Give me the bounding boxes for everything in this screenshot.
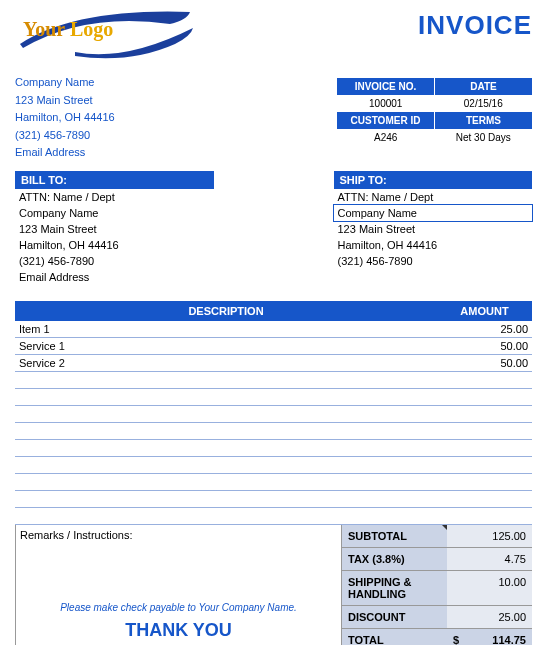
line-desc[interactable]: [15, 372, 437, 389]
line-item-row[interactable]: [15, 423, 532, 440]
tax-label: TAX (3.8%): [342, 548, 447, 570]
line-item-row[interactable]: [15, 406, 532, 423]
invoice-meta: INVOICE NO. DATE 100001 02/15/16 CUSTOME…: [337, 78, 532, 146]
line-item-row[interactable]: Service 150.00: [15, 338, 532, 355]
total-value: $ 114.75: [447, 629, 532, 645]
ship-to-block: SHIP TO: ATTN: Name / Dept Company Name …: [334, 171, 533, 285]
line-item-row[interactable]: [15, 372, 532, 389]
line-item-row[interactable]: Service 250.00: [15, 355, 532, 372]
bill-street[interactable]: 123 Main Street: [15, 221, 214, 237]
date-header: DATE: [435, 78, 532, 95]
line-amt[interactable]: [437, 491, 532, 508]
shipping-value: 10.00: [447, 571, 532, 605]
custid-header: CUSTOMER ID: [337, 112, 435, 129]
line-item-row[interactable]: [15, 440, 532, 457]
date-value[interactable]: 02/15/16: [435, 95, 533, 112]
subtotal-value: 125.00: [447, 525, 532, 547]
bill-citystate[interactable]: Hamilton, OH 44416: [15, 237, 214, 253]
terms-value[interactable]: Net 30 Days: [435, 129, 533, 146]
line-item-row[interactable]: [15, 508, 532, 525]
ship-attn[interactable]: ATTN: Name / Dept: [334, 189, 533, 205]
bill-name[interactable]: Company Name: [15, 205, 214, 221]
line-desc[interactable]: [15, 440, 437, 457]
line-amt[interactable]: [437, 457, 532, 474]
logo-placeholder: Your Logo: [15, 10, 195, 70]
ship-name[interactable]: Company Name: [334, 205, 533, 221]
line-desc[interactable]: [15, 389, 437, 406]
line-amt[interactable]: [437, 372, 532, 389]
invno-header: INVOICE NO.: [337, 78, 435, 95]
ship-citystate[interactable]: Hamilton, OH 44416: [334, 237, 533, 253]
bill-phone[interactable]: (321) 456-7890: [15, 253, 214, 269]
remarks-label: Remarks / Instructions:: [20, 529, 337, 541]
line-item-row[interactable]: Item 125.00: [15, 321, 532, 338]
remarks-box[interactable]: Remarks / Instructions: Please make chec…: [15, 525, 342, 645]
ship-phone[interactable]: (321) 456-7890: [334, 253, 533, 269]
line-item-row[interactable]: [15, 491, 532, 508]
invno-value[interactable]: 100001: [337, 95, 435, 112]
payable-note: Please make check payable to Your Compan…: [16, 602, 341, 613]
logo-text-your: Your: [23, 18, 65, 40]
shipping-label: SHIPPING & HANDLING: [342, 571, 447, 605]
line-amt[interactable]: 50.00: [437, 338, 532, 355]
bill-to-header: BILL TO:: [15, 171, 214, 189]
line-desc[interactable]: [15, 423, 437, 440]
logo-text-logo: Logo: [70, 18, 113, 40]
line-amt[interactable]: [437, 440, 532, 457]
line-amt[interactable]: 50.00: [437, 355, 532, 372]
line-amt[interactable]: [437, 406, 532, 423]
line-items-table: DESCRIPTION AMOUNT Item 125.00Service 15…: [15, 301, 532, 526]
line-item-row[interactable]: [15, 389, 532, 406]
custid-value[interactable]: A246: [337, 129, 435, 146]
line-desc[interactable]: [15, 474, 437, 491]
thank-you: THANK YOU: [16, 620, 341, 641]
line-desc[interactable]: Service 2: [15, 355, 437, 372]
company-email: Email Address: [15, 144, 532, 161]
line-desc[interactable]: [15, 406, 437, 423]
bill-email[interactable]: Email Address: [15, 269, 214, 285]
col-description: DESCRIPTION: [15, 301, 437, 321]
line-desc[interactable]: Service 1: [15, 338, 437, 355]
totals-block: SUBTOTAL 125.00 TAX (3.8%) 4.75 SHIPPING…: [342, 525, 532, 645]
line-desc[interactable]: Item 1: [15, 321, 437, 338]
line-desc[interactable]: [15, 457, 437, 474]
subtotal-label: SUBTOTAL: [342, 525, 447, 547]
bill-attn[interactable]: ATTN: Name / Dept: [15, 189, 214, 205]
line-amt[interactable]: [437, 423, 532, 440]
line-item-row[interactable]: [15, 474, 532, 491]
tax-value: 4.75: [447, 548, 532, 570]
total-label: TOTAL: [342, 629, 447, 645]
line-desc[interactable]: [15, 491, 437, 508]
ship-street[interactable]: 123 Main Street: [334, 221, 533, 237]
line-amt[interactable]: [437, 474, 532, 491]
discount-value: 25.00: [447, 606, 532, 628]
discount-label: DISCOUNT: [342, 606, 447, 628]
line-desc[interactable]: [15, 508, 437, 525]
ship-to-header: SHIP TO:: [334, 171, 533, 189]
bill-to-block: BILL TO: ATTN: Name / Dept Company Name …: [15, 171, 214, 285]
line-amt[interactable]: [437, 508, 532, 525]
col-amount: AMOUNT: [437, 301, 532, 321]
line-amt[interactable]: 25.00: [437, 321, 532, 338]
invoice-title: INVOICE: [418, 10, 532, 41]
terms-header: TERMS: [435, 112, 532, 129]
line-amt[interactable]: [437, 389, 532, 406]
line-item-row[interactable]: [15, 457, 532, 474]
